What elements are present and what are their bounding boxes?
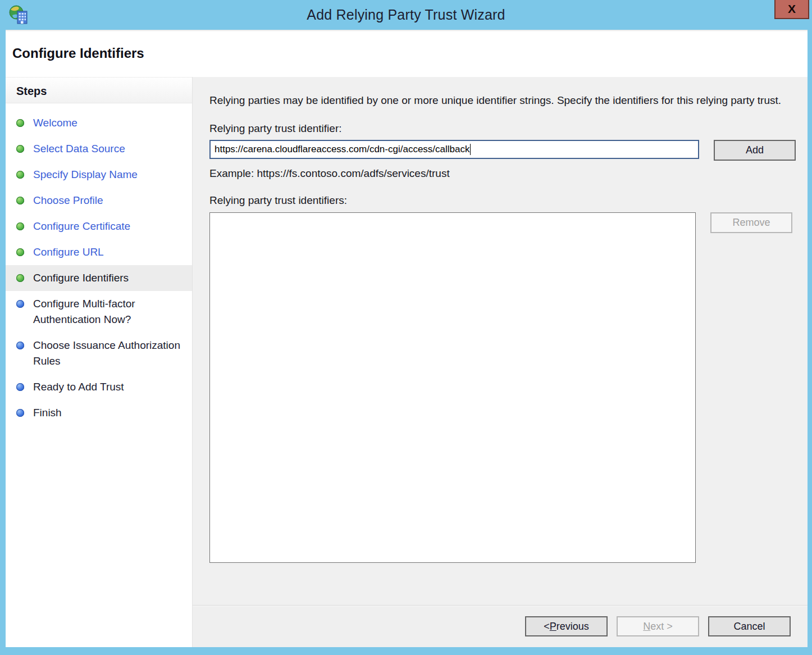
step-content-pane: Relying parties may be identified by one…	[192, 77, 808, 647]
step-ready-to-add-trust[interactable]: Ready to Add Trust	[6, 374, 192, 400]
step-complete-icon	[16, 222, 24, 230]
step-configure-identifiers[interactable]: Configure Identifiers	[6, 265, 192, 291]
step-select-data-source[interactable]: Select Data Source	[6, 136, 192, 162]
identifiers-listbox[interactable]	[209, 212, 696, 563]
step-complete-icon	[16, 197, 24, 204]
step-pending-icon	[16, 383, 24, 391]
step-configure-url[interactable]: Configure URL	[6, 239, 192, 265]
step-choose-issuance-rules[interactable]: Choose Issuance Authorization Rules	[6, 333, 192, 374]
page-title: Configure Identifiers	[6, 46, 144, 61]
identifier-input[interactable]: https://carena.cloudflareaccess.com/cdn-…	[209, 140, 699, 159]
step-pending-icon	[16, 409, 24, 417]
step-complete-icon	[16, 274, 24, 282]
step-finish[interactable]: Finish	[6, 400, 192, 426]
steps-list: Welcome Select Data Source Specify Displ…	[6, 103, 192, 426]
step-choose-profile[interactable]: Choose Profile	[6, 188, 192, 213]
remove-button[interactable]: Remove	[710, 212, 792, 233]
step-complete-icon	[16, 171, 24, 179]
cancel-button[interactable]: Cancel	[708, 616, 791, 636]
title-bar[interactable]: Add Relying Party Trust Wizard X	[0, 0, 812, 30]
step-welcome[interactable]: Welcome	[6, 110, 192, 136]
identifier-input-value: https://carena.cloudflareaccess.com/cdn-…	[215, 144, 469, 155]
step-specify-display-name[interactable]: Specify Display Name	[6, 162, 192, 188]
next-button[interactable]: Next >	[617, 616, 699, 636]
wizard-dialog: Configure Identifiers Steps Welcome Sele…	[6, 30, 808, 647]
window-title: Add Relying Party Trust Wizard	[0, 0, 812, 30]
step-complete-icon	[16, 248, 24, 256]
identifiers-list-label: Relying party trust identifiers:	[209, 194, 808, 207]
steps-sidebar: Steps Welcome Select Data Source Specify…	[6, 77, 192, 647]
step-configure-certificate[interactable]: Configure Certificate	[6, 213, 192, 239]
wizard-footer: < Previous Next > Cancel	[193, 605, 808, 647]
previous-button[interactable]: < Previous	[525, 616, 608, 636]
close-button[interactable]: X	[774, 0, 809, 19]
close-icon: X	[788, 2, 796, 16]
step-complete-icon	[16, 145, 24, 153]
wizard-step-header: Configure Identifiers	[6, 30, 808, 77]
wizard-window: Add Relying Party Trust Wizard X Configu…	[0, 0, 812, 655]
intro-text: Relying parties may be identified by one…	[209, 93, 783, 108]
add-button[interactable]: Add	[714, 140, 796, 161]
step-pending-icon	[16, 342, 24, 349]
step-configure-mfa[interactable]: Configure Multi-factor Authentication No…	[6, 291, 192, 333]
steps-heading: Steps	[6, 78, 192, 103]
step-complete-icon	[16, 119, 24, 127]
text-caret	[470, 144, 471, 155]
identifier-input-label: Relying party trust identifier:	[209, 122, 808, 135]
step-pending-icon	[16, 300, 24, 308]
example-text: Example: https://fs.contoso.com/adfs/ser…	[209, 167, 808, 180]
